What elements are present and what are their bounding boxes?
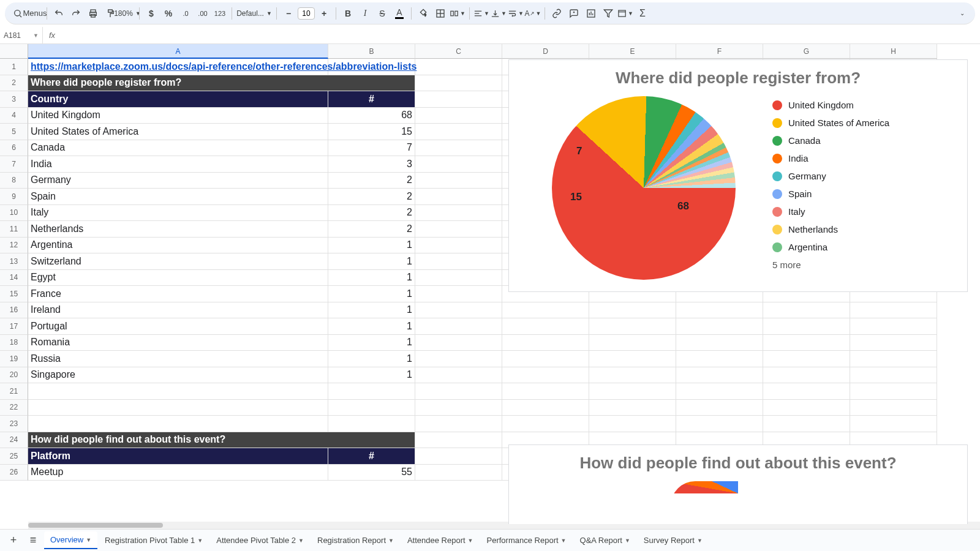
- cell[interactable]: [415, 173, 502, 189]
- cell[interactable]: [415, 465, 502, 481]
- country-count[interactable]: 1: [328, 335, 415, 351]
- filter-icon[interactable]: [600, 6, 616, 21]
- country-count[interactable]: 1: [328, 351, 415, 367]
- country-count[interactable]: 1: [328, 367, 415, 384]
- cell[interactable]: [589, 335, 676, 351]
- platform-count[interactable]: 55: [328, 465, 415, 481]
- cell[interactable]: [502, 367, 589, 384]
- cell[interactable]: [763, 302, 850, 319]
- country-count[interactable]: 1: [328, 286, 415, 302]
- country-count[interactable]: 2: [328, 205, 415, 222]
- row-header[interactable]: 20: [0, 367, 28, 384]
- column-header-g[interactable]: G: [763, 44, 850, 59]
- country-name[interactable]: Ireland: [28, 302, 328, 319]
- text-wrap-icon[interactable]: ▼: [508, 6, 524, 21]
- cell[interactable]: [502, 383, 589, 400]
- cell[interactable]: [676, 335, 763, 351]
- country-count[interactable]: 1: [328, 302, 415, 319]
- cell[interactable]: [676, 302, 763, 319]
- cell[interactable]: [850, 351, 937, 367]
- formula-input[interactable]: [61, 27, 980, 43]
- cell[interactable]: [415, 286, 502, 302]
- country-name[interactable]: Switzerland: [28, 253, 328, 270]
- country-name[interactable]: Romania: [28, 335, 328, 351]
- font-select[interactable]: Defaul... ▼: [236, 6, 273, 21]
- column-header-c[interactable]: C: [415, 44, 502, 59]
- cell[interactable]: [676, 351, 763, 367]
- country-count[interactable]: 68: [328, 108, 415, 124]
- cell[interactable]: [415, 108, 502, 124]
- currency-icon[interactable]: $: [143, 6, 159, 21]
- row-header[interactable]: 17: [0, 318, 28, 335]
- row-header[interactable]: 5: [0, 124, 28, 140]
- row-header[interactable]: 8: [0, 173, 28, 189]
- row-header[interactable]: 19: [0, 351, 28, 367]
- legend-more[interactable]: 5 more: [772, 260, 889, 270]
- increase-decimal-icon[interactable]: .00: [195, 6, 211, 21]
- cell[interactable]: [415, 351, 502, 367]
- row-header[interactable]: 15: [0, 286, 28, 302]
- country-count[interactable]: 1: [328, 318, 415, 335]
- cell[interactable]: [415, 383, 502, 400]
- select-all-corner[interactable]: [0, 44, 28, 59]
- number-format-button[interactable]: 123: [212, 6, 228, 21]
- cell[interactable]: [502, 351, 589, 367]
- cell[interactable]: [415, 253, 502, 270]
- chart-find-out[interactable]: How did people find out about this event…: [508, 444, 968, 524]
- cell[interactable]: [415, 91, 502, 108]
- row-header[interactable]: 6: [0, 140, 28, 157]
- row-header[interactable]: 14: [0, 270, 28, 287]
- cell[interactable]: [415, 448, 502, 465]
- cell[interactable]: [415, 367, 502, 384]
- strikethrough-icon[interactable]: S: [374, 6, 390, 21]
- cell[interactable]: [589, 302, 676, 319]
- font-size-input[interactable]: [298, 7, 315, 20]
- cell[interactable]: [415, 432, 502, 449]
- row-header[interactable]: 26: [0, 465, 28, 481]
- cell[interactable]: [502, 302, 589, 319]
- cell[interactable]: [415, 318, 502, 335]
- row-header[interactable]: 11: [0, 221, 28, 238]
- vertical-align-icon[interactable]: ▼: [491, 6, 507, 21]
- country-name[interactable]: Argentina: [28, 238, 328, 254]
- cell[interactable]: [763, 351, 850, 367]
- text-rotation-icon[interactable]: A↗▼: [525, 6, 541, 21]
- cell[interactable]: [589, 318, 676, 335]
- cell[interactable]: [502, 318, 589, 335]
- cell[interactable]: [415, 156, 502, 173]
- row-header[interactable]: 12: [0, 238, 28, 254]
- row-header[interactable]: 10: [0, 205, 28, 222]
- row-header[interactable]: 18: [0, 335, 28, 351]
- cell[interactable]: [415, 302, 502, 319]
- cell[interactable]: [763, 416, 850, 432]
- country-name[interactable]: Italy: [28, 205, 328, 222]
- cell[interactable]: [502, 416, 589, 432]
- cell[interactable]: [676, 367, 763, 384]
- bold-icon[interactable]: B: [340, 6, 356, 21]
- cell[interactable]: [850, 318, 937, 335]
- cell[interactable]: [589, 416, 676, 432]
- filter-views-icon[interactable]: ▼: [617, 6, 633, 21]
- country-name[interactable]: Russia: [28, 351, 328, 367]
- cell[interactable]: [502, 335, 589, 351]
- decrease-font-icon[interactable]: −: [281, 6, 296, 21]
- zoom-select[interactable]: 180% ▼: [119, 6, 135, 21]
- country-name[interactable]: Canada: [28, 140, 328, 157]
- country-name[interactable]: India: [28, 156, 328, 173]
- row-header[interactable]: 9: [0, 189, 28, 205]
- cell[interactable]: [415, 124, 502, 140]
- country-count[interactable]: 1: [328, 238, 415, 254]
- row-header[interactable]: 21: [0, 383, 28, 400]
- row-header[interactable]: 2: [0, 75, 28, 92]
- row-header[interactable]: 16: [0, 302, 28, 319]
- country-name[interactable]: Egypt: [28, 270, 328, 287]
- row-header[interactable]: 24: [0, 432, 28, 449]
- cell[interactable]: [28, 383, 328, 400]
- cell[interactable]: [328, 400, 415, 416]
- insert-comment-icon[interactable]: [566, 6, 582, 21]
- row-header[interactable]: 3: [0, 91, 28, 108]
- cell[interactable]: [676, 318, 763, 335]
- country-name[interactable]: France: [28, 286, 328, 302]
- cell[interactable]: [415, 238, 502, 254]
- column-header-f[interactable]: F: [676, 44, 763, 59]
